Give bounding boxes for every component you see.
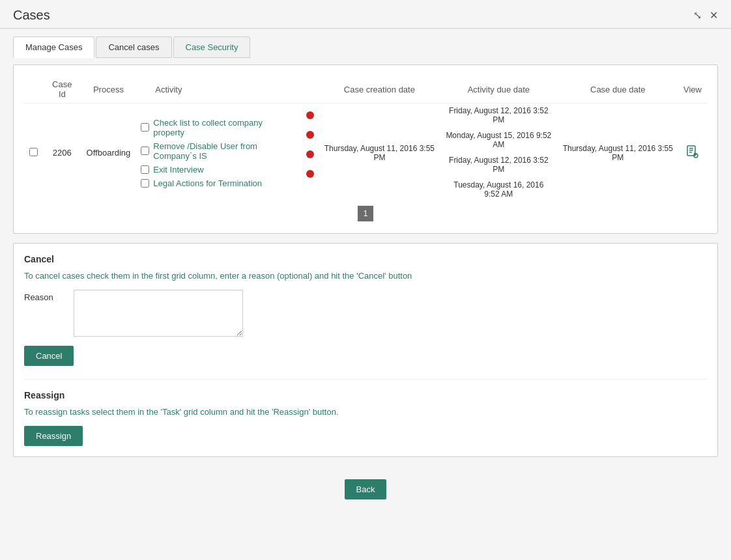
cases-window: Cases ⤡ ✕ Manage Cases Cancel cases Case… [0,0,731,560]
cancel-section-title: Cancel [24,254,707,264]
activity-due-1: Friday, August 12, 2016 3:52 PM [445,106,552,124]
col-header-checkbox [24,76,43,104]
activity-entry-3: Exit Interview [141,163,295,176]
svg-rect-2 [689,150,693,151]
table-row: 2206 Offboarding Check list to collect c… [24,104,707,203]
col-header-activity: Activity [136,76,300,104]
col-header-caseid: Case Id [43,76,81,104]
reassign-button[interactable]: Reassign [24,426,83,446]
activity-checkbox-3[interactable] [141,165,149,174]
pagination: 1 [24,202,707,223]
priority-dot-3 [306,150,314,158]
row-creation-date: Thursday, August 11, 2016 3:55 PM [319,104,440,203]
row-activities: Check list to collect company property R… [136,104,300,203]
reason-textarea[interactable] [74,290,243,337]
activity-checkbox-2[interactable] [141,147,149,155]
reason-label: Reason [24,290,63,302]
reassign-section: Reassign To reassign tasks select them i… [24,379,707,446]
title-bar: Cases ⤡ ✕ [0,0,731,29]
cancel-section: Cancel To cancel cases check them in the… [24,254,707,366]
activity-due-2: Monday, August 15, 2016 9:52 AM [445,131,552,149]
page-1-button[interactable]: 1 [358,206,373,221]
activity-entry-2: Remove /Disable User from Company´s IS [141,139,295,163]
reassign-section-title: Reassign [24,390,707,400]
cancel-reassign-card: Cancel To cancel cases check them in the… [13,243,718,457]
cases-table-card: Case Id Process Activity Case creation d… [13,64,718,234]
activity-entry-1: Check list to collect company property [141,116,295,139]
activity-due-3: Friday, August 12, 2016 3:52 PM [445,156,552,174]
close-icon[interactable]: ✕ [710,9,718,21]
row-activity-due-dates: Friday, August 12, 2016 3:52 PM Monday, … [440,104,557,203]
main-content: Case Id Process Activity Case creation d… [0,58,731,519]
row-case-due: Thursday, August 11, 2016 3:55 PM [558,104,678,203]
tab-manage-cases[interactable]: Manage Cases [13,36,94,58]
minimize-icon[interactable]: ⤡ [693,9,702,21]
svg-rect-1 [689,148,693,149]
row-process: Offboarding [81,104,136,203]
reason-form-row: Reason [24,290,707,337]
activity-link-2[interactable]: Remove /Disable User from Company´s IS [153,141,295,161]
col-header-dot [301,76,319,104]
cancel-button[interactable]: Cancel [24,346,74,366]
title-actions: ⤡ ✕ [693,9,718,21]
row-caseid: 2206 [43,104,81,203]
activity-link-1[interactable]: Check list to collect company property [153,118,295,137]
row-checkbox[interactable] [29,148,38,156]
priority-dot-4 [306,170,314,178]
col-header-view: View [678,76,707,104]
activity-link-3[interactable]: Exit Interview [153,165,203,175]
col-header-process: Process [81,76,136,104]
tabs-bar: Manage Cases Cancel cases Case Security [0,29,731,58]
col-header-case-due: Case due date [558,76,678,104]
activity-checkbox-4[interactable] [141,179,149,188]
reassign-section-desc: To reassign tasks select them in the 'Ta… [24,407,707,417]
priority-dot-1 [306,111,314,119]
back-row: Back [13,466,718,506]
svg-rect-3 [689,152,692,153]
tab-cancel-cases[interactable]: Cancel cases [96,36,171,58]
row-checkbox-cell [24,104,43,203]
row-view [678,104,707,203]
activity-checkbox-1[interactable] [141,123,149,132]
priority-dot-2 [306,131,314,139]
view-icon[interactable] [685,150,700,161]
col-header-activity-due: Activity due date [440,76,557,104]
cases-table: Case Id Process Activity Case creation d… [24,76,707,202]
cancel-section-desc: To cancel cases check them in the first … [24,271,707,281]
col-header-creation-date: Case creation date [319,76,440,104]
row-dots [301,104,319,203]
window-title: Cases [13,8,50,23]
activity-entry-4: Legal Actions for Termination [141,176,295,190]
tab-case-security[interactable]: Case Security [173,36,251,58]
back-button[interactable]: Back [345,479,387,499]
activity-link-4[interactable]: Legal Actions for Termination [153,178,262,188]
activity-due-4: Tuesday, August 16, 2016 9:52 AM [445,180,552,199]
